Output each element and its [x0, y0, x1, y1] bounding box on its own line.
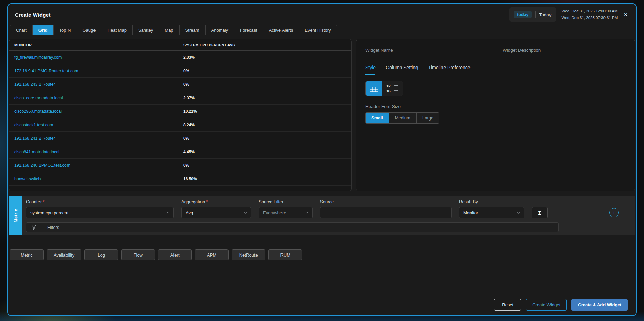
metric-value: 8.24%	[183, 123, 351, 127]
grid-size-value: 12	[386, 84, 391, 88]
monitor-link[interactable]: huawei-switch	[14, 177, 183, 181]
aggregation-value: Avg	[186, 210, 193, 215]
filters-bar[interactable]: Filters	[26, 222, 559, 232]
widget-tab-active-alerts[interactable]: Active Alerts	[263, 25, 299, 35]
source-input[interactable]	[320, 207, 452, 218]
create-and-add-widget-button[interactable]: Create & Add Widget	[571, 299, 628, 311]
source-filter-select[interactable]: Everywhere	[259, 207, 313, 218]
datasource-tab-apm[interactable]: APM	[195, 249, 229, 260]
counter-value: system.cpu.percent	[30, 210, 69, 215]
grid-size-dash-icon	[394, 90, 398, 91]
table-row: cisco841.motadata.local4.45%	[9, 145, 351, 159]
create-widget-dialog: Create Widget today Today Wed, Dec 31, 2…	[7, 3, 637, 316]
datasource-tab-availability[interactable]: Availability	[47, 249, 81, 260]
widget-tab-forecast[interactable]: Forecast	[234, 25, 263, 35]
column-header-system-cpu-percent-avg: SYSTEM.CPU.PERCENT.AVG	[183, 43, 351, 47]
monitor-link[interactable]: 192.168.243.1 Router	[14, 82, 183, 87]
table-row: 172.16.9.41 PMG-Router.test.com0%	[9, 64, 351, 78]
monitor-link[interactable]: hp-47	[14, 190, 183, 192]
result-by-value: Monitor	[463, 210, 478, 215]
datasource-tab-netroute[interactable]: NetRoute	[232, 249, 265, 260]
metric-value: 0%	[183, 163, 351, 168]
table-row: 192.168.243.1 Router0%	[9, 78, 351, 91]
time-end: Wed, Dec 31, 2025 07:39:31 PM	[562, 15, 618, 21]
grid-size-options: 1216	[382, 81, 403, 96]
widget-tab-map[interactable]: Map	[159, 25, 179, 35]
time-preset-badge: today	[514, 11, 531, 18]
monitor-link[interactable]: 172.16.9.41 PMG-Router.test.com	[14, 69, 183, 73]
monitor-link[interactable]: cisco841.motadata.local	[14, 150, 183, 154]
time-preset-label: Today	[539, 12, 552, 17]
metric-builder-body: Counter* system.cpu.percent Aggregation*…	[22, 196, 635, 235]
table-row: 192.168.240.1PMG1.test.com0%	[9, 159, 351, 172]
widget-tab-heat-map[interactable]: Heat Map	[102, 25, 133, 35]
tab-timeline-preference[interactable]: Timeline Preference	[428, 65, 471, 75]
desktop-background: { "colors": { "accent": "#29abe2", "tab_…	[0, 0, 644, 321]
create-widget-button[interactable]: Create Widget	[526, 299, 567, 311]
datasource-tab-alert[interactable]: Alert	[158, 249, 192, 260]
datasource-tab-log[interactable]: Log	[84, 249, 118, 260]
monitor-link[interactable]: fg_firewall.mindarray.com	[14, 55, 183, 60]
monitor-link[interactable]: 192.168.240.1PMG1.test.com	[14, 163, 183, 168]
table-row: cisco2960.motadata.local10.21%	[9, 105, 351, 118]
widget-tab-top-n[interactable]: Top N	[54, 25, 77, 35]
preview-table-panel: MONITORSYSTEM.CPU.PERCENT.AVG fg_firewal…	[9, 39, 352, 191]
table-row: ciscostack1.test.com8.24%	[9, 118, 351, 132]
grid-size-option[interactable]: 16	[386, 89, 398, 93]
tab-column-setting[interactable]: Column Setting	[386, 65, 418, 75]
result-by-select[interactable]: Monitor	[459, 207, 524, 218]
source-field: Source	[320, 199, 452, 218]
datasource-tab-flow[interactable]: Flow	[121, 249, 155, 260]
font-size-large[interactable]: Large	[417, 113, 439, 123]
font-size-small[interactable]: Small	[366, 113, 389, 123]
dialog-footer: Reset Create Widget Create & Add Widget	[8, 299, 636, 315]
tab-style[interactable]: Style	[365, 65, 376, 75]
time-range-picker[interactable]: today Today	[509, 7, 556, 22]
monitor-link[interactable]: ciscostack1.test.com	[14, 123, 183, 127]
metric-vertical-tab[interactable]: Metric	[9, 196, 22, 235]
source-filter-label: Source Filter	[259, 199, 313, 204]
result-by-label: Result By	[459, 199, 524, 204]
close-icon[interactable]: ✕	[623, 10, 628, 19]
chevron-down-icon	[244, 210, 247, 213]
datasource-tab-rum[interactable]: RUM	[268, 249, 302, 260]
aggregation-field: Aggregation* Avg	[181, 199, 251, 218]
widget-name-input[interactable]	[365, 45, 488, 56]
widget-tab-sankey[interactable]: Sankey	[133, 25, 159, 35]
table-row: huawei-switch16.50%	[9, 172, 351, 186]
metric-value: 0%	[183, 136, 351, 141]
required-mark: *	[43, 199, 44, 204]
aggregation-sigma-button[interactable]: Σ	[532, 207, 548, 218]
widget-tab-event-history[interactable]: Event History	[299, 25, 337, 35]
widget-tab-gauge[interactable]: Gauge	[77, 25, 102, 35]
page-title: Create Widget	[15, 12, 51, 18]
widget-description-input[interactable]	[503, 45, 626, 56]
source-filter-value: Everywhere	[263, 210, 286, 215]
monitor-link[interactable]: cisco_core.motadata.local	[14, 96, 183, 100]
reset-button[interactable]: Reset	[494, 299, 521, 311]
metric-value: 4.45%	[183, 150, 351, 154]
metric-value: 14.67%	[183, 190, 351, 192]
dialog-header: Create Widget today Today Wed, Dec 31, 2…	[8, 4, 636, 24]
widget-tab-grid[interactable]: Grid	[33, 25, 54, 35]
metric-value: 0%	[183, 69, 351, 73]
header-right: today Today Wed, Dec 31, 2025 12:00:00 A…	[509, 7, 628, 22]
widget-tab-chart[interactable]: Chart	[10, 25, 33, 35]
chevron-down-icon	[305, 210, 309, 213]
add-metric-button[interactable]: +	[609, 208, 619, 217]
column-header-monitor: MONITOR	[14, 43, 183, 47]
grid-size-option[interactable]: 12	[386, 84, 398, 88]
result-by-field: Result By Monitor	[459, 199, 524, 218]
required-mark: *	[206, 199, 208, 204]
settings-tabs: StyleColumn SettingTimeline Preference	[365, 65, 626, 75]
counter-select[interactable]: system.cpu.percent	[26, 207, 174, 218]
time-range-values: Wed, Dec 31, 2025 12:00:00 AM Wed, Dec 3…	[562, 8, 618, 21]
font-size-medium[interactable]: Medium	[389, 113, 417, 123]
aggregation-select[interactable]: Avg	[181, 207, 251, 218]
monitor-link[interactable]: cisco2960.motadata.local	[14, 109, 183, 114]
widget-tab-stream[interactable]: Stream	[180, 25, 206, 35]
grid-style-selector[interactable]: 1216	[365, 81, 403, 96]
monitor-link[interactable]: 192.168.241.2 Router	[14, 136, 183, 141]
datasource-tab-metric[interactable]: Metric	[10, 249, 44, 260]
widget-tab-anomaly[interactable]: Anomaly	[206, 25, 235, 35]
